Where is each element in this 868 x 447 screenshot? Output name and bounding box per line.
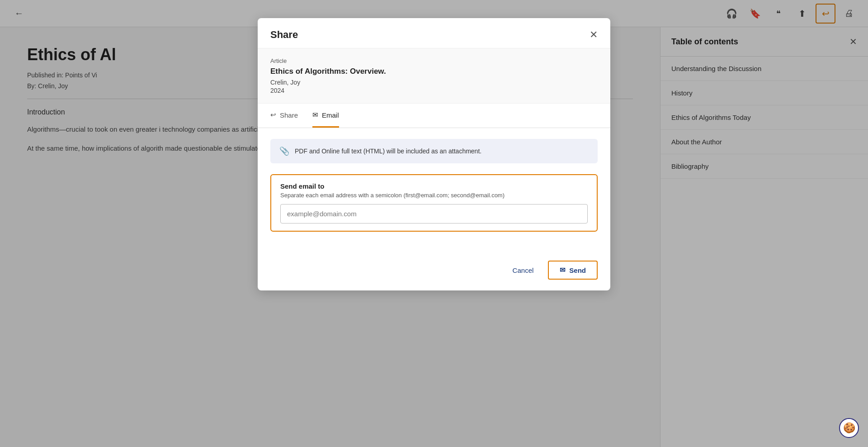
cancel-button[interactable]: Cancel	[505, 262, 541, 279]
email-input[interactable]	[280, 204, 588, 224]
email-tab-icon: ✉	[312, 111, 318, 119]
modal-article-year: 2024	[270, 87, 598, 94]
tab-email[interactable]: ✉ Email	[312, 104, 339, 128]
send-button[interactable]: ✉ Send	[548, 261, 598, 280]
modal-article-info: Article Ethics of Algorithms: Overview. …	[258, 48, 610, 104]
modal-article-author: Crelin, Joy	[270, 79, 598, 86]
share-tab-icon: ↩	[270, 111, 276, 119]
send-label: Send	[569, 266, 586, 274]
info-box: 📎 PDF and Online full text (HTML) will b…	[270, 139, 598, 163]
email-form-section: Send email to Separate each email addres…	[270, 174, 598, 232]
modal-article-title: Ethics of Algorithms: Overview.	[270, 67, 598, 76]
cookie-button[interactable]: 🍪	[839, 418, 859, 438]
info-box-text: PDF and Online full text (HTML) will be …	[295, 147, 481, 155]
share-tab-label: Share	[280, 111, 298, 119]
modal-tabs: ↩ Share ✉ Email	[258, 104, 610, 128]
tab-share[interactable]: ↩ Share	[270, 104, 298, 128]
modal-footer: Cancel ✉ Send	[258, 253, 610, 290]
paperclip-icon: 📎	[279, 146, 289, 156]
modal-article-type: Article	[270, 57, 598, 64]
modal-header: Share ✕	[258, 18, 610, 48]
email-form-sublabel: Separate each email address with a semic…	[280, 192, 588, 199]
modal-title: Share	[270, 29, 298, 41]
modal-body: 📎 PDF and Online full text (HTML) will b…	[258, 128, 610, 253]
modal-overlay: Share ✕ Article Ethics of Algorithms: Ov…	[0, 0, 868, 447]
email-tab-label: Email	[322, 111, 339, 119]
email-form-label: Send email to	[280, 182, 588, 190]
share-modal: Share ✕ Article Ethics of Algorithms: Ov…	[258, 18, 610, 290]
modal-close-button[interactable]: ✕	[590, 29, 598, 41]
send-icon: ✉	[560, 266, 566, 274]
